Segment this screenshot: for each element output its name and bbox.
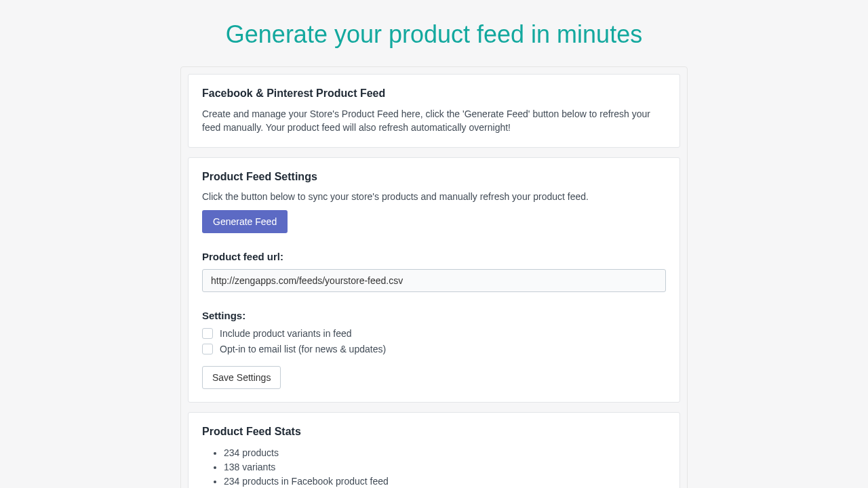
url-label: Product feed url: [202,251,666,262]
page-title: Generate your product feed in minutes [0,0,868,66]
stats-item: 138 variants [224,460,666,474]
stats-title: Product Feed Stats [202,426,666,438]
include-variants-label: Include product variants in feed [220,328,352,339]
optin-email-checkbox[interactable] [202,344,213,354]
checkbox-row-variants: Include product variants in feed [202,328,666,339]
intro-title: Facebook & Pinterest Product Feed [202,87,666,100]
intro-card: Facebook & Pinterest Product Feed Create… [188,74,680,148]
settings-label: Settings: [202,310,666,321]
settings-card: Product Feed Settings Click the button b… [188,157,680,403]
include-variants-checkbox[interactable] [202,328,213,339]
optin-email-label: Opt-in to email list (for news & updates… [220,344,386,354]
checkbox-row-optin: Opt-in to email list (for news & updates… [202,344,666,354]
stats-card: Product Feed Stats 234 products 138 vari… [188,412,680,488]
settings-title: Product Feed Settings [202,171,666,183]
intro-text: Create and manage your Store's Product F… [202,108,666,134]
generate-feed-button[interactable]: Generate Feed [202,210,288,233]
stats-list: 234 products 138 variants 234 products i… [202,446,666,488]
stats-item: 234 products [224,446,666,460]
feed-url-input[interactable] [202,269,666,292]
stats-item: 234 products in Facebook product feed [224,474,666,488]
save-settings-button[interactable]: Save Settings [202,366,281,389]
settings-description: Click the button below to sync your stor… [202,191,666,202]
main-container: Facebook & Pinterest Product Feed Create… [180,66,688,488]
